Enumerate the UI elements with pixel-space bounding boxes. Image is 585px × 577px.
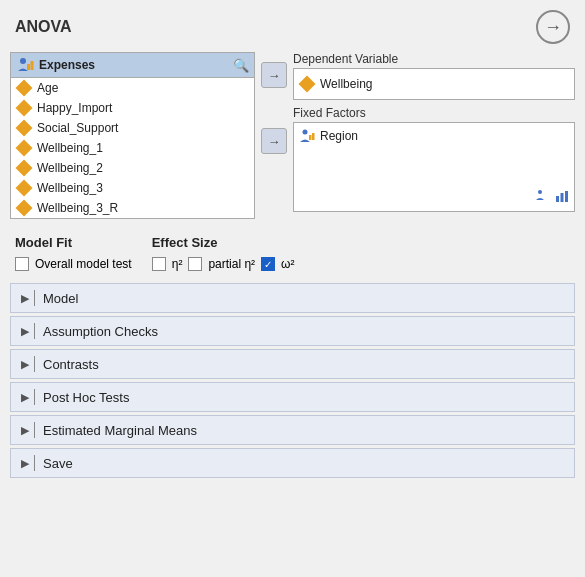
chevron-right-icon: ▶ (21, 424, 29, 437)
divider (34, 356, 35, 372)
post-hoc-tests-section-label: Post Hoc Tests (43, 390, 129, 405)
content-area: Expenses 🔍 Age Happy_Import Social_Suppo… (0, 52, 585, 577)
model-fit-group: Model Fit Overall model test (15, 235, 132, 271)
fixed-factors-item: Region (299, 126, 569, 146)
chevron-right-icon: ▶ (21, 325, 29, 338)
search-icon[interactable]: 🔍 (233, 58, 249, 73)
svg-point-0 (20, 58, 26, 64)
dependent-variable-box: Wellbeing (293, 68, 575, 100)
right-panels: Dependent Variable Wellbeing Fixed Facto… (293, 52, 575, 219)
header: ANOVA → (0, 0, 585, 52)
top-section: Expenses 🔍 Age Happy_Import Social_Suppo… (10, 52, 575, 219)
svg-rect-9 (565, 191, 568, 202)
divider (34, 323, 35, 339)
fixed-factors-box: Region (293, 122, 575, 212)
variable-list-scroll[interactable]: Age Happy_Import Social_Support Wellbein… (11, 78, 254, 218)
effect-size-options-row: η² partial η² ✓ ω² (152, 257, 295, 271)
model-fit-title: Model Fit (15, 235, 132, 250)
collapsible-sections: ▶ Model ▶ Assumption Checks ▶ Contrasts … (10, 283, 575, 481)
estimated-marginal-means-section[interactable]: ▶ Estimated Marginal Means (10, 415, 575, 445)
fixed-factors-label: Fixed Factors (293, 106, 575, 120)
diamond-icon (16, 180, 32, 196)
variable-list-header-icon (16, 56, 34, 74)
divider (34, 422, 35, 438)
svg-rect-2 (31, 61, 34, 70)
diamond-icon (299, 76, 315, 92)
page-title: ANOVA (15, 18, 72, 36)
save-section[interactable]: ▶ Save (10, 448, 575, 478)
dependent-variable-panel: Dependent Variable Wellbeing (293, 52, 575, 100)
chevron-right-icon: ▶ (21, 457, 29, 470)
assumption-checks-section[interactable]: ▶ Assumption Checks (10, 316, 575, 346)
save-section-label: Save (43, 456, 73, 471)
list-item[interactable]: Happy_Import (11, 98, 254, 118)
diamond-icon (16, 120, 32, 136)
fixed-factors-icons (535, 188, 570, 207)
eta-squared-checkbox[interactable] (152, 257, 166, 271)
variable-list-title: Expenses (39, 58, 233, 72)
chevron-right-icon: ▶ (21, 391, 29, 404)
svg-rect-4 (309, 135, 312, 140)
assumption-checks-section-label: Assumption Checks (43, 324, 158, 339)
main-container: ANOVA → Expense (0, 0, 585, 577)
svg-rect-5 (312, 133, 315, 140)
contrasts-section[interactable]: ▶ Contrasts (10, 349, 575, 379)
svg-point-6 (538, 190, 542, 194)
svg-rect-1 (27, 64, 30, 70)
diamond-icon (16, 160, 32, 176)
eta-squared-label: η² (172, 257, 183, 271)
list-item[interactable]: Wellbeing_3 (11, 178, 254, 198)
diamond-icon (16, 200, 32, 216)
contrasts-section-label: Contrasts (43, 357, 99, 372)
divider (34, 290, 35, 306)
dependent-variable-item: Wellbeing (299, 74, 569, 94)
move-to-dependent-button[interactable]: → (261, 62, 287, 88)
omega-squared-label: ω² (281, 257, 294, 271)
list-item[interactable]: Wellbeing_1 (11, 138, 254, 158)
model-section-label: Model (43, 291, 78, 306)
svg-rect-7 (556, 196, 559, 202)
estimated-marginal-means-section-label: Estimated Marginal Means (43, 423, 197, 438)
overall-model-test-label: Overall model test (35, 257, 132, 271)
model-section[interactable]: ▶ Model (10, 283, 575, 313)
move-to-fixed-factors-button[interactable]: → (261, 128, 287, 154)
list-item[interactable]: Wellbeing_2 (11, 158, 254, 178)
partial-eta-squared-checkbox[interactable] (188, 257, 202, 271)
person-chart-icon[interactable] (535, 188, 551, 207)
divider (34, 455, 35, 471)
diamond-icon (16, 100, 32, 116)
chevron-right-icon: ▶ (21, 358, 29, 371)
arrow-column: → → (261, 52, 287, 219)
divider (34, 389, 35, 405)
variable-list-container: Expenses 🔍 Age Happy_Import Social_Suppo… (10, 52, 255, 219)
arrow-right-icon: → (544, 17, 562, 38)
overall-model-test-checkbox[interactable] (15, 257, 29, 271)
dependent-variable-label: Dependent Variable (293, 52, 575, 66)
person-icon (299, 128, 315, 144)
effect-size-group: Effect Size η² partial η² ✓ ω² (152, 235, 295, 271)
variable-list-header: Expenses 🔍 (11, 53, 254, 78)
diamond-icon (16, 80, 32, 96)
svg-point-3 (303, 130, 308, 135)
chevron-right-icon: ▶ (21, 292, 29, 305)
overall-model-test-row: Overall model test (15, 257, 132, 271)
partial-eta-squared-label: partial η² (208, 257, 255, 271)
options-section: Model Fit Overall model test Effect Size… (10, 229, 575, 277)
omega-squared-checkbox[interactable]: ✓ (261, 257, 275, 271)
fixed-factors-panel: Fixed Factors Region (293, 106, 575, 212)
list-item[interactable]: Wellbeing_3_R (11, 198, 254, 218)
effect-size-title: Effect Size (152, 235, 295, 250)
list-item[interactable]: Social_Support (11, 118, 254, 138)
list-item[interactable]: Age (11, 78, 254, 98)
bar-chart-icon[interactable] (554, 188, 570, 207)
post-hoc-tests-section[interactable]: ▶ Post Hoc Tests (10, 382, 575, 412)
svg-rect-8 (561, 193, 564, 202)
diamond-icon (16, 140, 32, 156)
navigate-button[interactable]: → (536, 10, 570, 44)
